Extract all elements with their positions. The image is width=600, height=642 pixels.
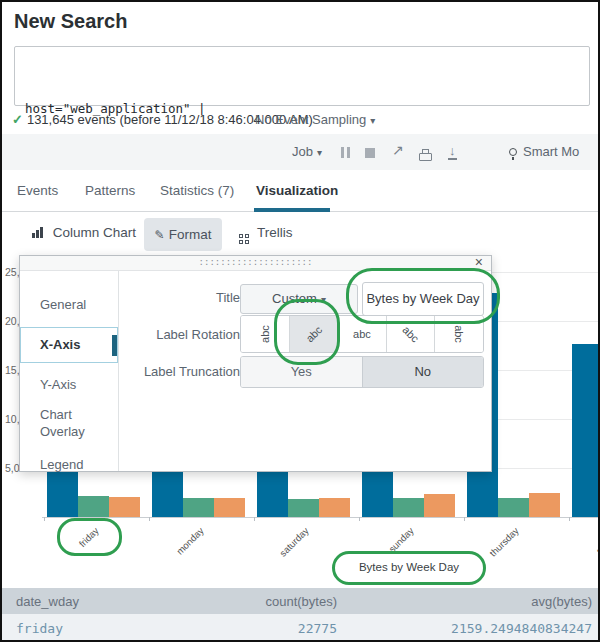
sidebar-item-y-axis[interactable]: Y-Axis: [20, 375, 118, 395]
statistics-table: date_wdaycount(bytes)avg(bytes) friday22…: [2, 588, 600, 642]
rotated-abc-label: abc: [453, 325, 465, 343]
chart-type-picker[interactable]: Column Chart: [32, 225, 136, 241]
bar-friday-avg(bytes)[interactable]: [78, 496, 109, 517]
truncation-option-no[interactable]: No: [362, 357, 484, 387]
rotation-option-45[interactable]: abc: [387, 316, 436, 352]
bar-sunday-avg(bytes)[interactable]: [393, 498, 424, 517]
tab-events[interactable]: Events: [17, 183, 58, 198]
bar-thursday-avg(bytes)[interactable]: [498, 498, 529, 517]
format-dialog: ::::::::::::::::::::: × GeneralX-AxisY-A…: [19, 255, 492, 472]
sidebar-item-general[interactable]: General: [20, 295, 118, 315]
rotated-abc-label: abc: [303, 323, 324, 344]
print-icon[interactable]: [419, 147, 432, 162]
table-cell[interactable]: friday: [2, 621, 212, 636]
x-tick-mark: [359, 517, 360, 521]
title-row-label: Title: [120, 290, 240, 305]
rotation-option--90[interactable]: abc: [241, 316, 290, 352]
smart-mode-button[interactable]: Smart Mo: [509, 144, 579, 159]
rotation-option-0[interactable]: abc: [338, 316, 387, 352]
tab-visualization[interactable]: Visualization: [256, 183, 338, 198]
title-mode-dropdown[interactable]: Custom▾: [240, 284, 358, 314]
lightbulb-icon: [509, 148, 517, 156]
splunk-search-window: New Search host="web_application" | stat…: [0, 0, 600, 642]
x-tick-mark: [464, 517, 465, 521]
table-cell[interactable]: 22775: [212, 621, 337, 636]
caret-down-icon: ▾: [317, 147, 322, 158]
column-chart-icon: [32, 226, 44, 241]
x-axis-label-friday: friday: [51, 525, 101, 575]
tab-patterns[interactable]: Patterns: [85, 183, 135, 198]
share-icon[interactable]: ↗: [392, 142, 404, 158]
x-tick-mark: [149, 517, 150, 521]
check-icon: ✓: [12, 112, 23, 127]
event-sampling-dropdown[interactable]: No Event Sampling▾: [255, 112, 375, 127]
sidebar-item-x-axis[interactable]: X-Axis: [20, 327, 118, 363]
bar-sunday-stdev(bytes)[interactable]: [424, 494, 455, 517]
x-tick-mark: [569, 517, 570, 521]
label-truncation-group: YesNo: [240, 356, 484, 388]
table-header-cell[interactable]: count(bytes): [212, 594, 337, 609]
rotated-abc-label: abc: [400, 323, 421, 344]
rotation-option--45[interactable]: abc: [290, 316, 339, 352]
pause-icon[interactable]: [339, 146, 351, 161]
table-header-cell[interactable]: date_wday: [2, 594, 212, 609]
close-icon[interactable]: ×: [475, 255, 483, 270]
visualization-toolbar: Column Chart ✎Format Trellis: [2, 212, 600, 257]
table-cell[interactable]: 2159.2494840834247: [337, 621, 600, 636]
download-icon[interactable]: ↓: [448, 143, 457, 158]
x-axis-label-monday: monday: [156, 525, 206, 575]
table-row: friday227752159.2494840834247: [2, 614, 600, 642]
bar-monday-stdev(bytes)[interactable]: [214, 498, 245, 517]
trellis-grid-icon: [239, 234, 249, 244]
stop-icon[interactable]: [365, 146, 375, 161]
label-rotation-group: abcabcabcabcabc: [240, 315, 484, 353]
dialog-titlebar[interactable]: ::::::::::::::::::::: ×: [20, 256, 491, 271]
bar-thursday-stdev(bytes)[interactable]: [529, 493, 560, 517]
custom-title-input[interactable]: Bytes by Week Day: [362, 282, 484, 316]
job-menu-button[interactable]: Job▾: [292, 144, 322, 159]
results-tabs: EventsPatternsStatistics (7)Visualizatio…: [2, 170, 600, 212]
bar-tuesday-count(bytes)[interactable]: [572, 344, 600, 517]
sidebar-item-legend[interactable]: Legend: [20, 455, 118, 475]
page-title: New Search: [14, 10, 127, 33]
bar-saturday-avg(bytes)[interactable]: [288, 499, 319, 517]
table-header-cell[interactable]: avg(bytes): [337, 594, 600, 609]
bar-friday-stdev(bytes)[interactable]: [109, 497, 140, 517]
table-header-row: date_wdaycount(bytes)avg(bytes): [2, 588, 600, 614]
x-axis-label-saturday: saturday: [261, 525, 311, 575]
x-axis-label-tuesday: tuesday: [576, 525, 600, 575]
pencil-icon: ✎: [155, 228, 165, 242]
trellis-button[interactable]: Trellis: [239, 225, 293, 244]
bar-saturday-stdev(bytes)[interactable]: [319, 498, 350, 517]
caret-down-icon: ▾: [370, 115, 375, 126]
rotated-abc-label: abc: [259, 325, 271, 343]
search-query-input[interactable]: host="web_application" | stats count(byt…: [14, 46, 590, 106]
x-axis-line: [42, 517, 600, 518]
truncation-option-yes[interactable]: Yes: [241, 357, 362, 387]
rotation-row-label: Label Rotation: [120, 327, 240, 342]
bar-monday-avg(bytes)[interactable]: [183, 498, 214, 517]
x-tick-mark: [44, 517, 45, 521]
x-axis-title: Bytes by Week Day: [332, 561, 486, 573]
rotated-abc-label: abc: [353, 328, 371, 340]
dialog-sidebar: GeneralX-AxisY-AxisChart OverlayLegend: [20, 271, 119, 471]
truncation-row-label: Label Truncation: [120, 364, 240, 379]
rotation-option-90[interactable]: abc: [435, 316, 483, 352]
tab-statistics-[interactable]: Statistics (7): [160, 183, 234, 198]
job-toolbar: Job▾ ↗ ↓ Smart Mo: [2, 134, 600, 170]
selected-item-accent-bar: [112, 335, 117, 356]
caret-down-icon: ▾: [321, 294, 326, 305]
sidebar-item-chart-overlay[interactable]: Chart Overlay: [20, 405, 100, 441]
format-button[interactable]: ✎Format: [144, 218, 222, 251]
drag-handle-icon[interactable]: :::::::::::::::::::::: [20, 256, 491, 269]
x-tick-mark: [254, 517, 255, 521]
